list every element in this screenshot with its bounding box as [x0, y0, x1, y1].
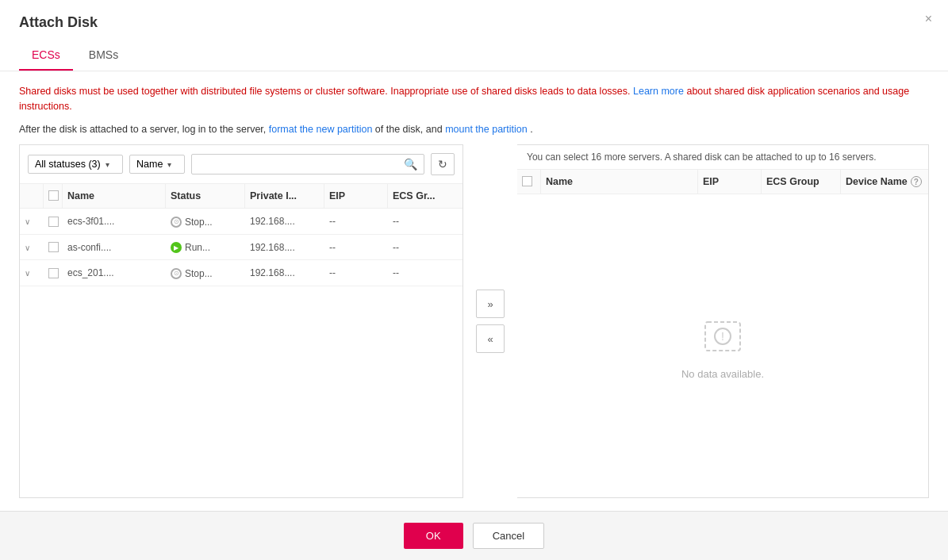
- filter-bar: All statuses (3) ▾ Name ▾ 🔍 ↻: [20, 145, 462, 184]
- info-middle: of the disk, and: [375, 124, 445, 135]
- right-col-header-checkbox: [517, 170, 541, 194]
- right-col-header-device-name: Device Name ?: [841, 170, 928, 194]
- table-row: ∨ ecs_201.... ⊙ Stop... 192.168...: [20, 260, 462, 286]
- move-backward-button[interactable]: «: [476, 324, 505, 353]
- device-name-label: Device Name: [846, 176, 908, 187]
- info-suffix: .: [530, 124, 532, 135]
- status-filter-dropdown[interactable]: All statuses (3) ▾: [28, 155, 123, 174]
- row1-ecs-group: --: [388, 209, 462, 233]
- format-partition-link[interactable]: format the new partition: [269, 124, 373, 135]
- right-select-all-checkbox[interactable]: [522, 176, 532, 186]
- row3-private-ip: 192.168....: [245, 261, 324, 285]
- table-row: ∨ ecs-3f01.... ⊙ Stop... 192.168..: [20, 209, 462, 235]
- row3-name: ecs_201....: [63, 261, 166, 285]
- warning-message: Shared disks must be used together with …: [19, 84, 929, 114]
- col-header-private-ip: Private I...: [245, 184, 324, 208]
- row2-status-text: Run...: [185, 242, 210, 253]
- row2-name: as-confi....: [63, 236, 166, 259]
- col-header-eip: EIP: [324, 184, 388, 208]
- row2-select-checkbox[interactable]: [48, 242, 59, 252]
- left-server-panel: All statuses (3) ▾ Name ▾ 🔍 ↻: [19, 144, 463, 498]
- learn-more-link[interactable]: Learn more: [633, 86, 684, 97]
- svg-text:!: !: [721, 330, 724, 343]
- row2-eip: --: [324, 236, 388, 259]
- mount-partition-link[interactable]: mount the partition: [445, 124, 528, 135]
- tab-ecss[interactable]: ECSs: [19, 42, 73, 71]
- info-message: After the disk is attached to a server, …: [19, 122, 929, 137]
- chevron-down-icon[interactable]: ∨: [25, 217, 30, 226]
- row2-private-ip: 192.168....: [245, 236, 324, 259]
- move-forward-button[interactable]: »: [476, 290, 505, 318]
- row3-status-text: Stop...: [185, 268, 213, 279]
- refresh-button[interactable]: ↻: [431, 153, 455, 175]
- close-button[interactable]: ×: [925, 13, 932, 25]
- row3-expand[interactable]: ∨: [20, 261, 44, 285]
- right-table-header: Name EIP ECS Group Device Name ?: [517, 170, 928, 194]
- run-icon: ▶: [171, 242, 182, 253]
- name-filter-dropdown[interactable]: Name ▾: [129, 155, 185, 174]
- tab-bmss[interactable]: BMSs: [76, 42, 131, 71]
- row3-status: ⊙ Stop...: [166, 260, 245, 286]
- cancel-button[interactable]: Cancel: [473, 523, 544, 549]
- device-name-help-icon[interactable]: ?: [911, 176, 922, 187]
- name-dropdown-arrow-icon: ▾: [167, 160, 171, 169]
- row1-status-text: Stop...: [185, 217, 213, 228]
- row3-ecs-group: --: [388, 261, 462, 285]
- row3-eip: --: [324, 261, 388, 285]
- name-filter-label: Name: [136, 159, 163, 170]
- search-icon[interactable]: 🔍: [404, 158, 417, 171]
- left-table-header: Name Status Private I... EIP ECS Gr...: [20, 184, 462, 209]
- row2-checkbox[interactable]: [44, 236, 63, 259]
- left-table-body: ∨ ecs-3f01.... ⊙ Stop... 192.168..: [20, 209, 462, 497]
- row1-eip: --: [324, 209, 388, 233]
- col-header-status: Status: [166, 184, 245, 208]
- no-data-icon: !: [699, 313, 747, 360]
- modal-title: Attach Disk: [19, 14, 929, 31]
- refresh-icon: ↻: [438, 158, 447, 171]
- modal-body: Shared disks must be used together with …: [0, 71, 948, 511]
- right-col-header-name: Name: [541, 170, 698, 194]
- chevron-down-icon[interactable]: ∨: [25, 269, 30, 278]
- row1-checkbox[interactable]: [44, 210, 63, 233]
- modal-footer: OK Cancel: [0, 511, 948, 560]
- right-selected-panel: You can select 16 more servers. A shared…: [517, 144, 929, 498]
- row3-select-checkbox[interactable]: [48, 268, 59, 278]
- right-info-text: You can select 16 more servers. A shared…: [517, 145, 928, 170]
- stop-icon: ⊙: [171, 217, 182, 228]
- modal-header: Attach Disk × ECSs BMSs: [0, 0, 948, 71]
- stop-icon: ⊙: [171, 268, 182, 279]
- main-content-area: All statuses (3) ▾ Name ▾ 🔍 ↻: [19, 144, 929, 498]
- no-data-area: ! No data available.: [517, 194, 928, 497]
- status-dropdown-arrow-icon: ▾: [106, 160, 109, 169]
- no-data-text: No data available.: [681, 368, 764, 380]
- row1-expand[interactable]: ∨: [20, 209, 44, 233]
- row1-status: ⊙ Stop...: [166, 209, 245, 234]
- row2-ecs-group: --: [388, 236, 462, 259]
- col-header-ecs-group: ECS Gr...: [388, 184, 462, 208]
- table-row: ∨ as-confi.... ▶ Run... 192.168...: [20, 235, 462, 261]
- col-header-checkbox: [44, 184, 63, 208]
- ok-button[interactable]: OK: [404, 523, 463, 549]
- tab-bar: ECSs BMSs: [19, 42, 929, 71]
- row2-status-indicator: ▶ Run...: [171, 242, 210, 253]
- row1-status-indicator: ⊙ Stop...: [171, 217, 213, 228]
- col-header-expand: [20, 184, 44, 208]
- warning-text-main: Shared disks must be used together with …: [19, 86, 631, 97]
- row1-private-ip: 192.168....: [245, 209, 324, 233]
- right-col-header-ecs-group: ECS Group: [762, 170, 841, 194]
- row1-select-checkbox[interactable]: [48, 217, 59, 227]
- search-box[interactable]: 🔍: [191, 154, 424, 175]
- row2-status: ▶ Run...: [166, 235, 245, 260]
- modal-container: Attach Disk × ECSs BMSs Shared disks mus…: [0, 0, 948, 560]
- row2-expand[interactable]: ∨: [20, 236, 44, 259]
- col-header-name: Name: [63, 184, 166, 208]
- info-prefix: After the disk is attached to a server, …: [19, 124, 269, 135]
- row3-checkbox[interactable]: [44, 262, 63, 285]
- right-col-header-eip: EIP: [698, 170, 762, 194]
- row1-name: ecs-3f01....: [63, 209, 166, 233]
- search-input[interactable]: [198, 159, 404, 170]
- select-all-checkbox[interactable]: [48, 190, 59, 201]
- status-filter-label: All statuses (3): [35, 159, 101, 170]
- transfer-arrows-area: » «: [463, 144, 517, 498]
- chevron-down-icon[interactable]: ∨: [25, 244, 30, 252]
